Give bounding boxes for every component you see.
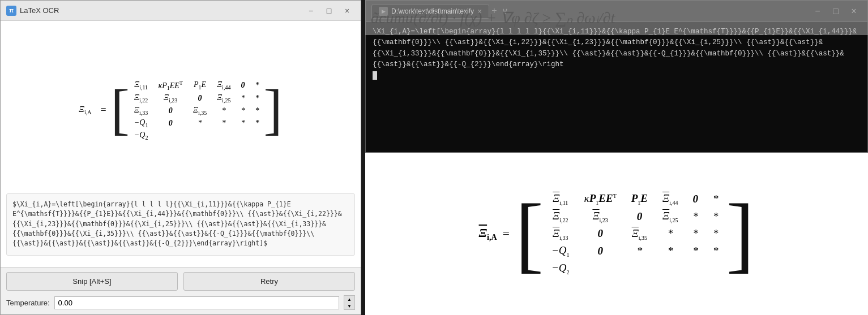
spinner-down[interactable]: ▼ <box>344 303 354 309</box>
maximize-button[interactable]: □ <box>321 5 337 17</box>
cell-r2c4: 0 <box>193 94 207 103</box>
cell-r2c5: Ξi,25 <box>217 93 230 103</box>
titlebar-left: π LaTeX OCR <box>6 6 59 16</box>
r-cell-5-1: * <box>631 245 648 257</box>
cell-r5c2: * <box>217 119 230 128</box>
cell-r2c2: Ξi,22 <box>134 93 148 103</box>
cell-r1c2: κP1EET <box>158 80 183 91</box>
r-cell-4-4: −Q1 <box>551 244 570 258</box>
matrix-display: Ξi,A = [ Ξi,11 κP1EET P1E Ξi,44 0 * Ξi,2… <box>6 27 355 193</box>
cell-r5c5: −Q2 <box>134 131 148 141</box>
cell-r4c3: * <box>255 106 259 115</box>
terminal-cursor <box>373 71 377 80</box>
temperature-input[interactable] <box>54 296 339 309</box>
matrix-lhs: Ξi,A <box>79 105 91 115</box>
rendered-left-bracket: [ <box>515 199 544 269</box>
cell-r3c2: * <box>255 94 259 103</box>
r-cell-5-5: −Q2 <box>551 262 570 275</box>
cell-r1c5: 0 <box>241 81 245 90</box>
r-cell-4-3: * <box>713 227 719 240</box>
r-cell-3-3: Ξi,33 <box>551 227 570 241</box>
r-cell-2-3: Ξi,23 <box>584 210 617 223</box>
r-cell-3-5: Ξi,35 <box>631 227 648 241</box>
rendered-formula: Ξi,A = [ Ξi,11 κP1EET P1E Ξi,44 0 * Ξi,2… <box>479 187 755 281</box>
rendered-lhs: Ξi,A <box>479 226 497 242</box>
r-cell-1-4: Ξi,44 <box>662 192 678 206</box>
cell-r4c5: 0 <box>158 119 183 128</box>
r-cell-3-1: * <box>692 210 698 223</box>
cell-r5c4: * <box>255 119 259 128</box>
close-button[interactable]: × <box>339 5 355 17</box>
r-cell-3-2: * <box>713 210 719 223</box>
r-cell-1-1: Ξi,11 <box>551 192 570 206</box>
rendered-right-bracket: ] <box>726 199 754 269</box>
rendered-grid: Ξi,11 κP1EET P1E Ξi,44 0 * Ξi,22 Ξi,23 0… <box>544 187 726 281</box>
minimize-button[interactable]: − <box>303 5 319 17</box>
r-cell-5-4: * <box>713 245 719 257</box>
cell-r1c1: Ξi,11 <box>134 80 148 90</box>
cell-r1c3: P1E <box>193 80 207 90</box>
rendered-matrix-bracket-wrapper: [ Ξi,11 κP1EET P1E Ξi,44 0 * Ξi,22 Ξi,23… <box>515 187 754 281</box>
terminal-body[interactable]: \Xi_{i,A}=\left[\begin{array}{l l l l l}… <box>366 22 867 152</box>
cell-r5c1: * <box>193 119 207 128</box>
temperature-label: Temperature: <box>6 299 50 307</box>
r-cell-4-5: 0 <box>584 245 617 257</box>
spinner-up[interactable]: ▲ <box>344 296 354 303</box>
r-cell-2-4: 0 <box>631 210 648 223</box>
equals-sign: = <box>100 104 106 116</box>
cell-r3c4: 0 <box>158 106 183 115</box>
rendered-equals: = <box>503 226 510 241</box>
window-title: LaTeX OCR <box>20 6 59 15</box>
cell-r2c1: * <box>255 81 259 90</box>
cell-r3c5: Ξi,35 <box>193 106 207 116</box>
latex-ocr-titlebar: π LaTeX OCR − □ × <box>1 1 361 21</box>
r-cell-2-2: Ξi,22 <box>551 210 570 223</box>
r-cell-3-4: 0 <box>584 227 617 240</box>
rendered-math-area: Ξi,A = [ Ξi,11 κP1EET P1E Ξi,44 0 * Ξi,2… <box>365 153 868 315</box>
r-cell-5-2: * <box>662 245 678 257</box>
r-cell-1-5: 0 <box>692 193 698 205</box>
matrix-bracket-wrapper: [ Ξi,11 κP1EET P1E Ξi,44 0 * Ξi,22 Ξi,23… <box>111 76 283 144</box>
r-cell-4-2: * <box>692 227 698 240</box>
window-controls: − □ × <box>303 5 355 17</box>
cell-r4c4: −Q1 <box>134 118 148 128</box>
right-bracket: ] <box>263 81 282 138</box>
retry-button[interactable]: Retry <box>183 272 355 291</box>
r-cell-5-3: * <box>692 245 698 257</box>
bottom-bar: Snip [Alt+S] Retry Temperature: ▲ ▼ <box>1 267 361 314</box>
r-cell-2-5: Ξi,25 <box>662 210 678 223</box>
cell-r2c3: Ξi,23 <box>158 93 183 103</box>
r-cell-2-1: * <box>713 193 719 205</box>
r-cell-1-3: P1E <box>631 192 648 206</box>
latex-code-display: $\Xi_{i,A}=\left[\begin{array}{l l l l l… <box>6 193 355 256</box>
left-bracket: [ <box>111 81 130 138</box>
latex-ocr-window: π LaTeX OCR − □ × Ξi,A = [ Ξi,11 κP1EET <box>0 0 361 315</box>
cell-r5c3: * <box>241 119 245 128</box>
temperature-row: Temperature: ▲ ▼ <box>6 295 355 310</box>
latex-content-area: Ξi,A = [ Ξi,11 κP1EET P1E Ξi,44 0 * Ξi,2… <box>1 21 361 267</box>
cell-r3c3: Ξi,33 <box>134 106 148 116</box>
matrix-grid: Ξi,11 κP1EET P1E Ξi,44 0 * Ξi,22 Ξi,23 0… <box>130 76 264 144</box>
r-cell-1-2: κP1EET <box>584 192 617 206</box>
top-partial-content: ãcumu(∂/∂t) · f(χ) + ∇φ ∂ζ ≥ ∑ₙ ∂ωᵢ/∂t <box>365 0 868 35</box>
partial-math-text: ãcumu(∂/∂t) · f(χ) + ∇φ ∂ζ ≥ ∑ₙ ∂ωᵢ/∂t <box>365 8 615 27</box>
cell-r1c4: Ξi,44 <box>217 80 230 90</box>
r-cell-4-1: * <box>662 227 678 240</box>
button-row: Snip [Alt+S] Retry <box>6 272 355 291</box>
temperature-spinner: ▲ ▼ <box>344 295 355 310</box>
cell-r4c1: * <box>217 106 230 115</box>
cell-r4c2: * <box>241 106 245 115</box>
app-icon: π <box>6 6 16 16</box>
cell-r3c1: * <box>241 94 245 103</box>
snip-button[interactable]: Snip [Alt+S] <box>6 272 178 291</box>
